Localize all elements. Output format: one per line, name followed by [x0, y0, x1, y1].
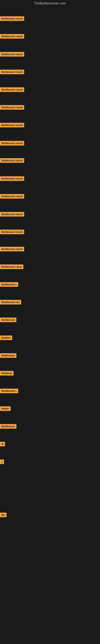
site-title: TheBottlenecker.com — [0, 0, 100, 7]
bottleneck-badge: Bottleneck — [0, 353, 16, 358]
bottleneck-badge: Bottlen — [0, 336, 12, 340]
list-item[interactable]: Bottleneck result — [0, 158, 24, 164]
list-item[interactable]: Bottleneck result — [0, 105, 24, 110]
bottleneck-badge: Bottleneck result — [0, 158, 24, 163]
bottleneck-badge: Bottleneck res — [0, 300, 21, 304]
list-item[interactable]: Bottleneck r — [0, 388, 18, 394]
bottleneck-badge: Bottleneck result — [0, 247, 24, 251]
list-item[interactable]: Bottleneck — [0, 353, 16, 359]
bottleneck-badge: Bo — [0, 512, 7, 517]
list-item[interactable]: Bottlene — [0, 371, 14, 376]
list-item[interactable]: Bottleneck result — [0, 176, 24, 182]
list-item[interactable]: Bottleneck — [0, 424, 16, 430]
bottleneck-badge: Bottleneck result — [0, 52, 24, 56]
bottleneck-badge: Bottle — [0, 406, 11, 411]
list-item[interactable]: Bottleneck res — [0, 300, 21, 305]
list-item[interactable]: Bottleneck — [0, 318, 16, 323]
bottleneck-badge: | — [0, 460, 4, 464]
list-item[interactable]: Bottleneck resul — [0, 264, 23, 270]
bottleneck-badge: Bottleneck — [0, 318, 16, 322]
bottleneck-badge: Bottleneck r — [0, 388, 18, 393]
bottleneck-badge: Bottleneck result — [0, 16, 24, 21]
list-item[interactable]: | — [0, 460, 4, 465]
bottleneck-badge: B — [0, 442, 5, 446]
bottleneck-badge: Bottleneck result — [0, 230, 24, 234]
list-item[interactable]: Bottleneck result — [0, 141, 24, 146]
bottleneck-badge: Bottleneck result — [0, 105, 24, 110]
bottleneck-badge: Bottleneck result — [0, 34, 24, 39]
bottleneck-badge: Bottleneck result — [0, 70, 24, 74]
list-item[interactable]: Bo — [0, 512, 7, 518]
bottleneck-badge: Bottleneck r — [0, 282, 18, 287]
list-item[interactable]: Bottleneck result — [0, 230, 24, 235]
list-item[interactable]: Bottleneck result — [0, 70, 24, 75]
list-item[interactable]: Bottleneck result — [0, 247, 24, 252]
list-item[interactable]: Bottlen — [0, 336, 12, 341]
bottleneck-badge: Bottleneck result — [0, 176, 24, 181]
list-item[interactable]: Bottle — [0, 406, 11, 412]
list-item[interactable]: Bottleneck result — [0, 194, 24, 200]
bottleneck-badge: Bottleneck result — [0, 212, 24, 216]
bottleneck-badge: Bottleneck — [0, 424, 16, 429]
bottleneck-badge: Bottleneck result — [0, 141, 24, 146]
bottleneck-badge: Bottleneck result — [0, 87, 24, 92]
list-item[interactable]: B — [0, 442, 5, 447]
bottleneck-badge: Bottleneck result — [0, 194, 24, 199]
list-item[interactable]: Bottleneck result — [0, 212, 24, 217]
list-item[interactable]: Bottleneck result — [0, 123, 24, 128]
list-item[interactable]: Bottleneck result — [0, 34, 24, 40]
list-item[interactable]: Bottleneck r — [0, 282, 18, 288]
list-item[interactable]: Bottleneck result — [0, 87, 24, 93]
bottleneck-badge: Bottlene — [0, 371, 14, 376]
bottleneck-badge: Bottleneck resul — [0, 264, 23, 269]
bottleneck-badge: Bottleneck result — [0, 123, 24, 128]
list-item[interactable]: Bottleneck result — [0, 16, 24, 22]
list-item[interactable]: Bottleneck result — [0, 52, 24, 57]
